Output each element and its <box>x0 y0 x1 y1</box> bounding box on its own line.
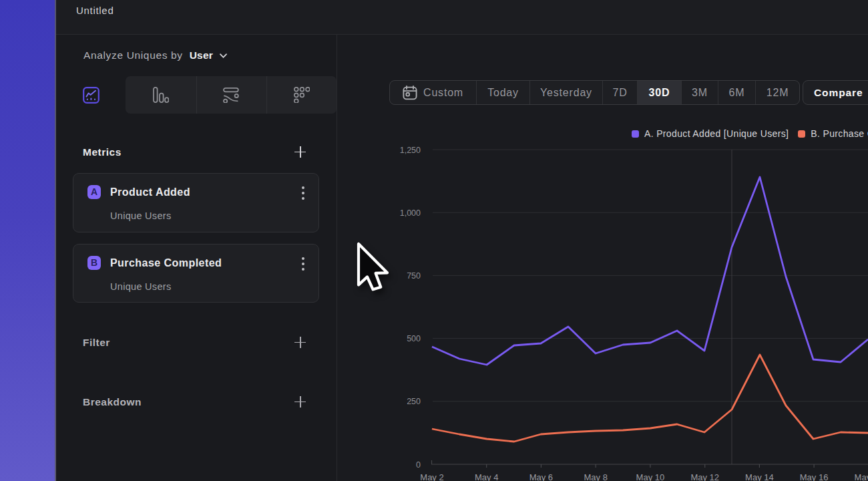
svg-text:250: 250 <box>407 397 421 406</box>
svg-text:1,250: 1,250 <box>400 146 421 155</box>
svg-text:500: 500 <box>407 334 421 343</box>
svg-text:0: 0 <box>416 460 421 470</box>
svg-text:May 16: May 16 <box>800 472 829 481</box>
svg-text:May 10: May 10 <box>636 472 665 481</box>
svg-text:May 12: May 12 <box>690 472 719 481</box>
svg-text:May 6: May 6 <box>529 472 553 481</box>
svg-text:May 14: May 14 <box>745 472 774 481</box>
svg-text:May 2: May 2 <box>420 472 443 481</box>
svg-text:May 18: May 18 <box>855 472 868 481</box>
svg-text:May 4: May 4 <box>475 472 498 481</box>
svg-text:May 8: May 8 <box>584 472 607 481</box>
svg-text:750: 750 <box>407 271 421 281</box>
svg-text:1,000: 1,000 <box>400 208 421 218</box>
